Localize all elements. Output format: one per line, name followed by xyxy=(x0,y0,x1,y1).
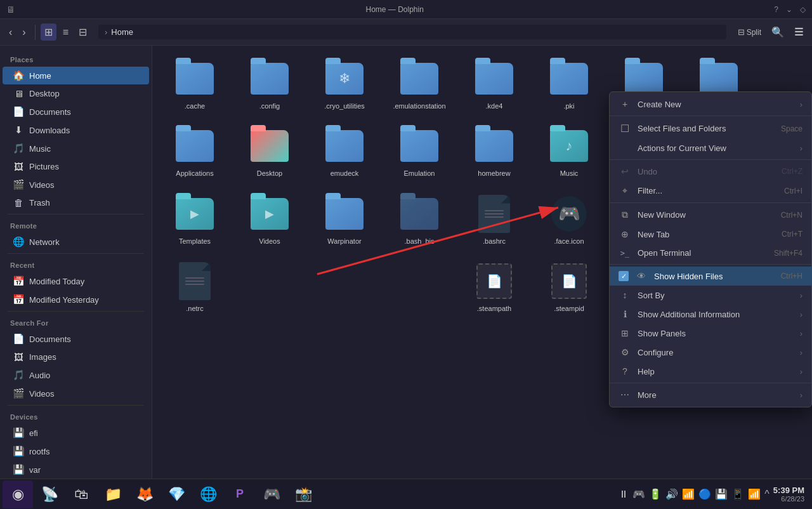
sidebar-item-efi[interactable]: 💾 efi xyxy=(3,424,149,442)
cm-create-new[interactable]: + Create New › xyxy=(610,95,811,114)
cm-configure[interactable]: ⚙ Configure › xyxy=(610,343,811,362)
file-item-emudeck[interactable]: emudeck xyxy=(310,121,379,183)
sidebar-item-music[interactable]: 🎵 Music xyxy=(3,140,149,157)
cm-show-additional[interactable]: ℹ Show Additional Information › xyxy=(610,305,811,324)
bluetooth-icon[interactable]: 🔵 xyxy=(698,488,711,500)
chevron-down-icon[interactable]: ⌄ xyxy=(786,5,792,14)
menu-button[interactable]: ☰ xyxy=(790,23,807,41)
app-protonup[interactable]: P xyxy=(225,480,255,508)
file-item-cache[interactable]: .cache xyxy=(160,53,230,116)
sidebar-item-home-label: Home xyxy=(29,71,51,81)
split-button[interactable]: ⊟ Split xyxy=(734,25,765,39)
cm-filter[interactable]: ⌖ Filter... Ctrl+I xyxy=(610,181,811,201)
app-dolphin[interactable]: 📁 xyxy=(98,480,128,508)
cm-show-panels[interactable]: ⊞ Show Panels › xyxy=(610,324,811,343)
music-icon: 🎵 xyxy=(13,143,24,154)
view-list-button[interactable]: ≡ xyxy=(59,24,72,41)
expand-icon[interactable]: ^ xyxy=(764,489,769,500)
cm-more-label: More xyxy=(638,390,791,400)
forward-button[interactable]: › xyxy=(18,24,29,41)
sidebar-item-var[interactable]: 💾 var xyxy=(3,461,149,479)
file-item-emulation[interactable]: Emulation xyxy=(384,121,454,183)
game-icon[interactable]: 🎮 xyxy=(632,488,645,500)
volume-icon[interactable]: 🔊 xyxy=(665,488,678,500)
file-item-steampath[interactable]: 📄 .steampath xyxy=(459,256,529,318)
cm-open-terminal[interactable]: >_ Open Terminal Shift+F4 xyxy=(610,244,811,262)
sidebar-item-downloads[interactable]: ⬇ Downloads xyxy=(3,121,149,139)
sidebar-item-home[interactable]: 🏠 Home xyxy=(3,67,149,84)
file-item-music[interactable]: Music xyxy=(534,121,604,183)
file-item-face-icon[interactable]: 🎮 .face.icon xyxy=(534,188,604,251)
more-icon: ⋯ xyxy=(619,390,631,400)
file-item-bashrc[interactable]: .bashrc xyxy=(459,188,529,251)
sidebar-item-modified-today[interactable]: 📅 Modified Today xyxy=(3,272,149,290)
app-steam[interactable]: 🎮 xyxy=(256,480,287,508)
places-section-label: Places xyxy=(0,51,152,66)
sidebar-item-videos[interactable]: 🎬 Videos xyxy=(3,176,149,194)
toolbar: ‹ › ⊞ ≡ ⊟ › Home ⊟ Split 🔍 ☰ xyxy=(0,19,812,46)
sidebar-item-desktop[interactable]: 🖥 Desktop xyxy=(3,85,149,102)
file-item-applications[interactable]: Applications xyxy=(160,121,230,183)
help-icon[interactable]: ? xyxy=(774,5,778,14)
file-item-videos[interactable]: Videos xyxy=(235,188,304,251)
time-display[interactable]: 5:39 PM 6/28/23 xyxy=(773,486,804,503)
cm-show-hidden[interactable]: ✓ 👁 Show Hidden Files Ctrl+H xyxy=(610,267,811,286)
battery-icon[interactable]: 🔋 xyxy=(649,488,662,500)
sidebar-item-documents[interactable]: 📄 Documents xyxy=(3,103,149,121)
sidebar-item-trash[interactable]: 🗑 Trash xyxy=(3,194,149,211)
app-firefox[interactable]: 🦊 xyxy=(129,480,160,508)
sidebar-item-rootfs[interactable]: 💾 rootfs xyxy=(3,442,149,460)
cm-new-window[interactable]: ⧉ New Window Ctrl+N xyxy=(610,205,811,225)
sidebar-item-search-audio[interactable]: 🎵 Audio xyxy=(3,366,149,384)
search-button[interactable]: 🔍 xyxy=(768,23,788,41)
spacer2 xyxy=(310,256,379,318)
view-grid-button[interactable]: ⊞ xyxy=(41,23,56,41)
sidebar-item-pictures[interactable]: 🖼 Pictures xyxy=(3,158,149,175)
device-icon[interactable]: 📱 xyxy=(731,488,744,500)
app-discover[interactable]: 🛍 xyxy=(66,480,96,508)
sidebar-item-search-documents[interactable]: 📄 Documents xyxy=(3,330,149,348)
file-item-pki[interactable]: .pki xyxy=(534,53,604,116)
app-kde-connect[interactable]: 📡 xyxy=(34,480,65,508)
app-obsidian[interactable]: 💎 xyxy=(161,480,192,508)
file-item-desktop[interactable]: Desktop xyxy=(235,121,304,183)
cm-more[interactable]: ⋯ More › xyxy=(610,385,811,404)
sidebar-item-search-images[interactable]: 🖼 Images xyxy=(3,348,149,366)
cm-new-tab[interactable]: ⊕ New Tab Ctrl+T xyxy=(610,225,811,244)
app-krunner[interactable]: ◉ xyxy=(3,480,33,508)
cm-actions-view[interactable]: Actions for Current View › xyxy=(610,139,811,157)
cm-sep-3 xyxy=(610,264,811,265)
back-button[interactable]: ‹ xyxy=(5,24,16,41)
file-item-homebrew[interactable]: homebrew xyxy=(459,121,529,183)
titlebar-right-icons[interactable]: ? ⌄ ◇ xyxy=(774,5,806,14)
file-item-kde4[interactable]: .kde4 xyxy=(459,53,529,116)
app-flameshot[interactable]: 📸 xyxy=(288,480,318,508)
file-item-bash-his[interactable]: .bash_his xyxy=(384,188,454,251)
folder-icon-kde4 xyxy=(474,58,514,99)
cm-select-files[interactable]: ☐ Select Files and Folders Space xyxy=(610,118,811,139)
file-item-templates[interactable]: Templates xyxy=(160,188,230,251)
breadcrumb[interactable]: › Home xyxy=(98,25,726,39)
taskbar: ◉ 📡 🛍 📁 🦊 💎 🌐 P 🎮 📸 ⏸ 🎮 🔋 🔊 📶 🔵 💾 📱 📶 ^ xyxy=(0,479,812,509)
breadcrumb-home[interactable]: Home xyxy=(111,27,133,37)
storage-icon[interactable]: 💾 xyxy=(715,488,728,500)
sidebar-item-search-videos[interactable]: 🎬 Videos xyxy=(3,385,149,402)
file-item-steampid[interactable]: 📄 .steampid xyxy=(534,256,604,318)
file-item-config[interactable]: .config xyxy=(235,53,304,116)
file-item-netrc[interactable]: .netrc xyxy=(160,256,230,318)
file-item-emulationstation[interactable]: .emulationstation xyxy=(384,53,454,116)
cm-help[interactable]: ? Help › xyxy=(610,362,811,381)
sidebar-item-network[interactable]: 🌐 Network xyxy=(3,233,149,251)
cm-sort-by[interactable]: ↕ Sort By › xyxy=(610,286,811,305)
file-item-cryo[interactable]: ❄ .cryo_utilities xyxy=(310,53,379,116)
network-status-icon[interactable]: 📶 xyxy=(682,488,695,500)
modified-yesterday-icon: 📅 xyxy=(13,294,24,305)
app-chrome[interactable]: 🌐 xyxy=(193,480,223,508)
wifi-icon[interactable]: 📶 xyxy=(748,488,761,500)
view-compact-button[interactable]: ⊟ xyxy=(75,23,91,41)
play-pause-icon[interactable]: ⏸ xyxy=(619,489,629,500)
cm-undo[interactable]: ↩ Undo Ctrl+Z xyxy=(610,162,811,181)
file-item-warpinator[interactable]: Warpinator xyxy=(310,188,379,251)
sidebar-item-modified-yesterday[interactable]: 📅 Modified Yesterday xyxy=(3,291,149,308)
maximize-icon[interactable]: ◇ xyxy=(800,5,806,14)
